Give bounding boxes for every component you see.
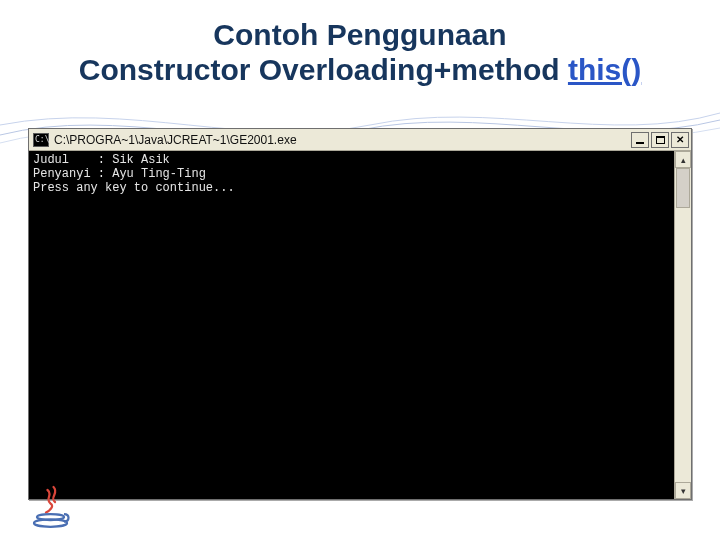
scroll-thumb[interactable] bbox=[676, 168, 690, 208]
svg-point-0 bbox=[37, 514, 64, 520]
console-window: C:\PROGRA~1\Java\JCREAT~1\GE2001.exe Jud… bbox=[28, 128, 692, 500]
vertical-scrollbar[interactable]: ▴ ▾ bbox=[674, 151, 691, 499]
slide-title: Contoh Penggunaan Constructor Overloadin… bbox=[0, 18, 720, 87]
console-line: Penyanyi : Ayu Ting-Ting bbox=[33, 167, 206, 181]
svg-point-1 bbox=[34, 519, 67, 527]
scroll-down-button[interactable]: ▾ bbox=[675, 482, 691, 499]
maximize-button[interactable] bbox=[651, 132, 669, 148]
console-line: Judul : Sik Asik bbox=[33, 153, 170, 167]
window-buttons bbox=[631, 132, 689, 148]
title-accent-this: this() bbox=[568, 53, 641, 86]
console-client-area: Judul : Sik Asik Penyanyi : Ayu Ting-Tin… bbox=[29, 151, 691, 499]
cmd-icon bbox=[33, 133, 49, 147]
slide: Contoh Penggunaan Constructor Overloadin… bbox=[0, 0, 720, 540]
minimize-button[interactable] bbox=[631, 132, 649, 148]
console-line: Press any key to continue... bbox=[33, 181, 235, 195]
close-button[interactable] bbox=[671, 132, 689, 148]
title-line-2-prefix: Constructor Overloading+method bbox=[79, 53, 568, 86]
console-title-text: C:\PROGRA~1\Java\JCREAT~1\GE2001.exe bbox=[54, 133, 631, 147]
console-titlebar[interactable]: C:\PROGRA~1\Java\JCREAT~1\GE2001.exe bbox=[29, 129, 691, 151]
scroll-up-button[interactable]: ▴ bbox=[675, 151, 691, 168]
scroll-track[interactable] bbox=[675, 168, 691, 482]
title-line-2: Constructor Overloading+method this() bbox=[0, 53, 720, 88]
console-output[interactable]: Judul : Sik Asik Penyanyi : Ayu Ting-Tin… bbox=[29, 151, 674, 499]
title-line-1: Contoh Penggunaan bbox=[0, 18, 720, 53]
